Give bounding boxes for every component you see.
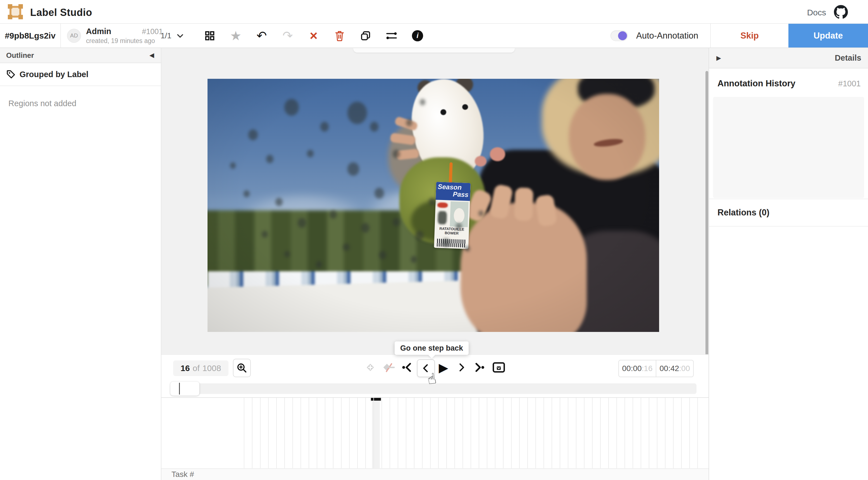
auto-annotation-control: Auto-Annotation [611,24,698,48]
grid-line [357,398,358,468]
step-forward-button[interactable] [453,355,470,380]
grid-line [560,398,560,468]
grid-line [624,398,625,468]
redo-button[interactable]: ↷ [278,27,297,45]
grid-line [341,398,342,468]
grid-line [463,398,463,468]
prev-keyframe-icon [401,362,413,373]
logo-corner [19,4,23,9]
task-id[interactable]: #9pb8Lgs2iv [0,24,61,48]
grid-line [414,398,414,468]
annotation-history-title: Annotation History [717,79,796,89]
seek-position-indicator [179,383,180,394]
video-controls-row: 16 of 1008 [161,354,709,380]
undo-button[interactable]: ↶ [252,27,271,45]
docs-link[interactable]: Docs [807,8,826,17]
duplicate-annotation-button[interactable] [356,27,375,45]
grid-line [519,398,520,468]
play-button[interactable]: ▶ [435,355,453,380]
grid-line [398,398,398,468]
grid-line [430,398,431,468]
video-frame[interactable]: Season Pass RATATOUILLE BOWER [208,79,659,332]
grid-line [317,398,317,468]
total-time-main: 00:42 [659,364,679,373]
grid-line [616,398,617,468]
relations-title: Relations (0) [717,208,769,217]
settings-sliders-button[interactable] [382,27,401,45]
next-keyframe-button[interactable] [471,355,489,380]
annotation-info: Admin #1001 created, 19 minutes ago [86,27,163,45]
update-button[interactable]: Update [788,24,868,48]
total-time: 00:42 :00 [656,360,693,377]
grid-line [365,398,366,468]
outliner-header: Outliner ◀ [0,48,161,63]
toggle-knob [618,31,627,40]
interpolation-box-icon [492,362,505,373]
chevron-right-icon [456,362,466,372]
grid-line [503,398,503,468]
auto-annotation-label: Auto-Annotation [636,31,698,41]
grid-line [276,398,277,468]
video-vignette [208,79,659,332]
ground-truth-button[interactable]: ★ [226,27,245,45]
workspace: Season Pass RATATOUILLE BOWER [161,48,709,354]
main-area: Season Pass RATATOUILLE BOWER [161,48,709,480]
skip-button[interactable]: Skip [711,24,788,48]
grid-line [301,398,301,468]
delete-annotation-button[interactable] [331,27,349,45]
chevron-down-icon [176,32,184,40]
info-button[interactable]: i [408,27,427,45]
timeline-task-row: Task # [161,468,709,480]
grid-line [641,398,641,468]
auto-annotation-toggle[interactable] [611,30,628,41]
remove-keyframe-button[interactable] [379,355,397,380]
current-time-frames: :16 [642,364,653,373]
group-by-label-selector[interactable]: Grouped by Label [0,63,161,86]
info-icon: i [412,30,423,41]
total-time-frames: :00 [679,364,690,373]
annotation-created: created, 19 minutes ago [86,37,163,45]
grid-view-button[interactable] [200,27,219,45]
grid-line [600,398,601,468]
grid-line [260,398,260,468]
grid-line [292,398,293,468]
seek-range-handle[interactable] [170,382,199,396]
interpolation-toggle-button[interactable] [490,355,508,380]
annotator-name: Admin [86,27,111,36]
grid-line [325,398,326,468]
grid-line [592,398,593,468]
grid-line [455,398,455,468]
star-icon: ★ [230,28,241,43]
current-time[interactable]: 00:00 :16 [619,360,656,377]
grid-line [673,398,674,468]
reset-button[interactable]: × [304,27,323,45]
grid-line [632,398,633,468]
timeline-frames[interactable] [161,397,709,468]
collapse-panel-icon[interactable]: ◀ [149,52,154,59]
frame-counter-input[interactable]: 16 of 1008 [173,360,228,376]
annotation-pager-dropdown[interactable]: 1/1 [161,24,184,48]
label-studio-logo-icon[interactable] [8,4,23,19]
grid-icon [205,30,215,41]
logo-corner [8,4,12,9]
add-keyframe-button[interactable] [362,355,379,380]
github-icon[interactable] [834,5,848,19]
grid-line [373,398,374,468]
frame-of-label: of [193,363,200,373]
previous-keyframe-button[interactable] [398,355,416,380]
frame-total: 1008 [203,363,221,373]
top-bar: Label Studio Docs [0,0,868,24]
grid-line [657,398,657,468]
expand-panel-icon[interactable]: ▶ [716,55,721,62]
grid-line [471,398,471,468]
zoom-in-button[interactable] [233,359,251,377]
details-title: Details [835,53,861,63]
copy-icon [360,30,371,41]
grid-line [381,398,382,468]
grid-line [608,398,609,468]
annotation-history-header: Annotation History #1001 [709,68,868,89]
grid-line [552,398,552,468]
grid-line [527,398,528,468]
playhead-handle[interactable] [371,398,381,401]
outliner-panel: Outliner ◀ Grouped by Label Regions not … [0,48,161,480]
